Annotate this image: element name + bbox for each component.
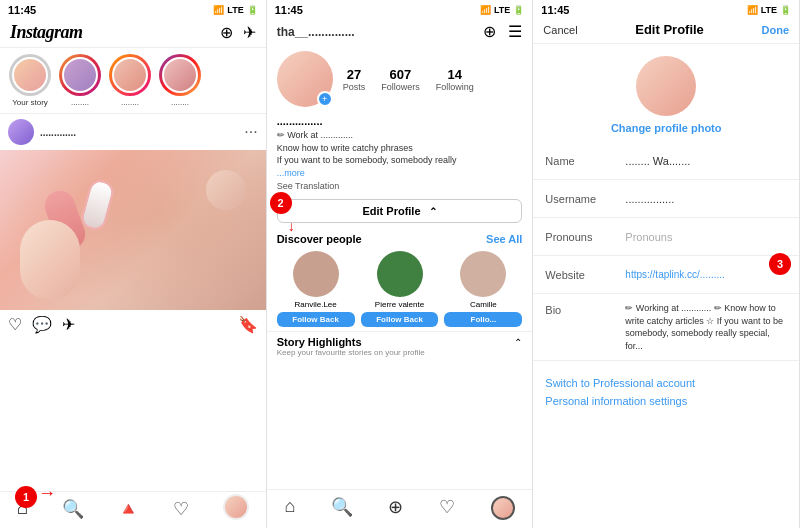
cancel-button[interactable]: Cancel	[543, 24, 577, 36]
edit-profile-button[interactable]: Edit Profile ⌃ 2 ↓	[277, 199, 523, 223]
signal-icon: 📶	[213, 5, 224, 15]
step-3-circle: 3	[769, 253, 791, 275]
username-field[interactable]: Username ................ 3	[533, 180, 799, 218]
bio-field[interactable]: Bio ✏ Working at ............ ✏ Know how…	[533, 294, 799, 361]
nav-search-icon[interactable]: 🔍	[62, 498, 84, 520]
discover-header: Discover people See All	[277, 233, 523, 245]
arrow-down-2: ↓	[288, 218, 295, 234]
story-1[interactable]: ........	[58, 54, 102, 107]
like-icon[interactable]: ♡	[8, 315, 22, 334]
candy-ball	[206, 170, 246, 210]
share-icon[interactable]: ✈	[62, 315, 75, 334]
status-bar-1: 11:45 📶 LTE 🔋	[0, 0, 266, 18]
add-post-icon[interactable]: ⊕	[220, 23, 233, 42]
highlights-title: Story Highlights	[277, 336, 362, 348]
send-icon[interactable]: ✈	[243, 23, 256, 42]
bio-line1: ✏ Work at .............	[277, 129, 523, 142]
profile-stats: 27 Posts 607 Followers 14 Following	[343, 67, 474, 92]
change-photo-link[interactable]: Change profile photo	[611, 122, 722, 134]
post-header: ............. ···	[0, 114, 266, 150]
nav2-plus-icon[interactable]: ⊕	[388, 496, 403, 520]
profile-nav-avatar[interactable]	[223, 494, 249, 520]
nav2-search-icon[interactable]: 🔍	[331, 496, 353, 520]
username-label: Username	[545, 193, 625, 205]
website-field[interactable]: Website https://taplink.cc/.........	[533, 256, 799, 294]
nav2-heart-icon[interactable]: ♡	[439, 496, 455, 520]
post-actions: ♡ 💬 ✈ 🔖	[0, 310, 266, 336]
add-profile-icon[interactable]: ⊕	[483, 22, 496, 41]
battery-icon-3: 🔋	[780, 5, 791, 15]
profile-header-icons: ⊕ ☰	[483, 22, 522, 41]
followers-label: Followers	[381, 82, 420, 92]
see-all-link[interactable]: See All	[486, 233, 522, 245]
menu-icon[interactable]: ☰	[508, 22, 522, 41]
discover-list: Ranvile.Lee Follow Back Pierre valente F…	[277, 251, 523, 327]
personal-info-link[interactable]: Personal information settings	[533, 395, 799, 415]
profile-name: ...............	[267, 113, 533, 129]
story-1-label: ........	[71, 98, 89, 107]
time-1: 11:45	[8, 4, 36, 16]
discover-name-3: Camille	[470, 300, 497, 309]
edit-profile-label: Edit Profile	[362, 205, 420, 217]
panel-profile: 11:45 📶 LTE 🔋 tha__.............. ⊕ ☰ + …	[267, 0, 534, 528]
nav-explore-icon[interactable]: 🔺	[117, 498, 139, 520]
nav2-profile-icon[interactable]	[491, 496, 515, 520]
signal-icon-3: 📶	[747, 5, 758, 15]
follow-button-3[interactable]: Follo...	[444, 312, 522, 327]
following-label: Following	[436, 82, 474, 92]
bookmark-icon[interactable]: 🔖	[238, 315, 258, 334]
bottom-nav-1: ⌂ 🔍 🔺 ♡ 1 →	[0, 491, 266, 528]
discover-avatar-1	[293, 251, 339, 297]
follow-back-button-1[interactable]: Follow Back	[277, 312, 355, 327]
see-translation[interactable]: See Translation	[267, 179, 533, 193]
status-bar-2: 11:45 📶 LTE 🔋	[267, 0, 533, 18]
discover-item-3: Camille Follo...	[444, 251, 522, 327]
feed-header: Instagram ⊕ ✈	[0, 18, 266, 48]
stories-row: Your story ........ ........ ........	[0, 48, 266, 113]
username-value: ................	[625, 193, 787, 205]
nav-heart-icon[interactable]: ♡	[173, 498, 189, 520]
step-2-circle: 2	[270, 192, 292, 214]
lte-label: LTE	[227, 5, 243, 15]
highlights-subtitle: Keep your favourite stories on your prof…	[277, 348, 523, 357]
story-3[interactable]: ........	[158, 54, 202, 107]
story-2[interactable]: ........	[108, 54, 152, 107]
your-story-label: Your story	[12, 98, 48, 107]
switch-professional-link[interactable]: Switch to Professional account	[545, 377, 695, 389]
website-value: https://taplink.cc/.........	[625, 269, 787, 280]
discover-avatar-3	[460, 251, 506, 297]
stat-following: 14 Following	[436, 67, 474, 92]
post-user: .............	[8, 119, 76, 145]
story-2-ring	[109, 54, 151, 96]
edit-profile-title: Edit Profile	[635, 22, 704, 37]
edit-profile-avatar[interactable]	[636, 56, 696, 116]
story-2-avatar	[112, 57, 148, 93]
bio-value: ✏ Working at ............ ✏ Know how to …	[625, 302, 787, 352]
pronouns-field[interactable]: Pronouns Pronouns	[533, 218, 799, 256]
chevron-up-icon: ⌃	[429, 206, 437, 217]
done-button[interactable]: Done	[762, 24, 790, 36]
bottom-nav-2: ⌂ 🔍 ⊕ ♡	[267, 489, 533, 528]
comment-icon[interactable]: 💬	[32, 315, 52, 334]
post-more-icon[interactable]: ···	[244, 123, 257, 141]
arrow-right-1: →	[38, 483, 56, 504]
highlights-header: Story Highlights ⌃	[277, 336, 523, 348]
profile-header: tha__.............. ⊕ ☰	[267, 18, 533, 45]
followers-count: 607	[381, 67, 420, 82]
step-1-circle: 1	[15, 486, 37, 508]
your-story-avatar	[12, 57, 48, 93]
name-field[interactable]: Name ........ Wa.......	[533, 142, 799, 180]
follow-back-button-2[interactable]: Follow Back	[361, 312, 439, 327]
posts-label: Posts	[343, 82, 366, 92]
highlights-chevron: ⌃	[514, 337, 522, 348]
nav2-home-icon[interactable]: ⌂	[284, 496, 295, 520]
avatar-badge: +	[317, 91, 333, 107]
panel-edit-profile: 11:45 📶 LTE 🔋 Cancel Edit Profile Done C…	[533, 0, 800, 528]
bio-more[interactable]: ...more	[277, 168, 305, 178]
story-highlights-section: Story Highlights ⌃ Keep your favourite s…	[267, 331, 533, 361]
story-your[interactable]: Your story	[8, 54, 52, 107]
discover-avatar-2	[377, 251, 423, 297]
discover-item-2: Pierre valente Follow Back	[361, 251, 439, 327]
edit-profile-header: Cancel Edit Profile Done	[533, 18, 799, 44]
switch-professional-section: Switch to Professional account	[533, 361, 799, 395]
